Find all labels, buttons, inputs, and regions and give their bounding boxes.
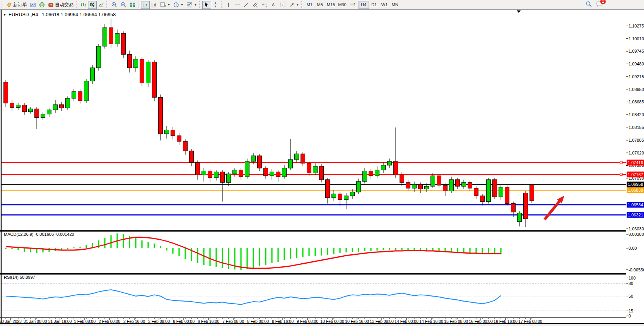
time-label: 14 Feb 16:00	[419, 319, 443, 324]
crosshair-tool-button[interactable]	[211, 1, 220, 9]
candle	[103, 27, 107, 46]
candle	[183, 141, 188, 151]
candle	[505, 187, 509, 204]
periods-button[interactable]: ▼	[172, 1, 185, 9]
time-label: 16 Feb 16:00	[494, 319, 518, 324]
timeframe-h1[interactable]: H1	[348, 1, 359, 9]
time-label: 10 Feb 00:00	[320, 319, 344, 324]
timeframe-h4[interactable]: H4	[359, 1, 369, 9]
price-badge-1.07416: 1.07416	[628, 160, 643, 165]
time-label: 2 Feb 16:00	[123, 319, 145, 324]
signals-button[interactable]	[38, 1, 46, 9]
candle	[456, 180, 460, 186]
timeframe-m5[interactable]: M5	[315, 1, 325, 9]
label-t-icon: T	[280, 2, 286, 8]
svg-text:0.00: 0.00	[629, 246, 637, 251]
trendline-tool-button[interactable]	[242, 1, 251, 9]
price-badge-1.06321: 1.06321	[628, 213, 643, 217]
candle	[313, 166, 318, 173]
candle	[60, 105, 64, 108]
candle	[16, 105, 20, 107]
time-label: 30 Jan 2023	[0, 319, 22, 324]
cursor-tool-button[interactable]	[202, 1, 211, 9]
fibonacci-tool-button[interactable]: F	[260, 1, 269, 9]
candle	[419, 184, 423, 189]
arrows-tool-button[interactable]: ▼	[287, 1, 301, 9]
auto-trading-button[interactable]: 自动交易	[46, 1, 75, 9]
timeframe-mn[interactable]: MN	[390, 1, 400, 9]
price-badge-1.07167: 1.07167	[628, 172, 643, 177]
timeframe-m1[interactable]: M1	[304, 1, 315, 9]
text-label-tool-button[interactable]: T	[278, 1, 287, 9]
timeframe-toolbar: M1M5M15M30H1H4D1W1MN	[304, 1, 400, 9]
time-label: 31 Jan 16:00	[48, 319, 72, 324]
cursor-icon	[204, 2, 210, 8]
candle	[72, 92, 76, 98]
auto-scroll-button[interactable]	[141, 1, 150, 9]
rsi-label: RSI(14) 50.8997	[4, 275, 35, 280]
add-indicator-button[interactable]: ▼	[159, 1, 172, 9]
svg-text:1.08155: 1.08155	[629, 125, 644, 130]
candle	[338, 194, 342, 200]
line-handle[interactable]	[620, 173, 622, 176]
svg-text:1.10010: 1.10010	[629, 36, 644, 41]
chart-window-button[interactable]	[29, 1, 38, 9]
chevron-down-icon: ▼	[194, 3, 197, 6]
new-order-icon	[6, 2, 12, 8]
candle	[431, 176, 435, 186]
vertical-line-tool-button[interactable]	[224, 1, 233, 9]
tile-windows-icon	[130, 2, 135, 8]
timeframe-d1[interactable]: D1	[369, 1, 379, 9]
svg-text:1.06030: 1.06030	[629, 226, 644, 231]
time-label: 6 Feb 16:00	[198, 319, 219, 324]
candle	[115, 33, 120, 44]
mt4-terminal-window: { "toolbar": { "new_order_label": "新订单",…	[0, 0, 644, 326]
line-handle[interactable]	[620, 161, 622, 164]
line-chart-mode-button[interactable]	[97, 1, 106, 9]
search-icon[interactable]	[586, 1, 592, 9]
timeframe-m15[interactable]: M15	[325, 1, 337, 9]
notifications-button[interactable]: 1	[596, 1, 603, 9]
window-bottom-edge	[0, 324, 644, 326]
candle	[10, 103, 14, 107]
chevron-down-icon: ▼	[296, 3, 299, 6]
horizontal-line-tool-button[interactable]	[233, 1, 242, 9]
chart-area[interactable]: 1.102751.100101.097451.094801.092151.089…	[0, 0, 644, 326]
candle	[493, 180, 497, 197]
new-order-button[interactable]: 新订单	[5, 1, 29, 9]
candle	[307, 163, 311, 173]
candle	[270, 172, 274, 176]
candle	[332, 194, 336, 198]
timeframe-w1[interactable]: W1	[379, 1, 390, 9]
zoom-out-icon	[120, 2, 126, 8]
equidistant-channel-tool-button[interactable]: E	[251, 1, 260, 9]
toolbar-right-group: 1	[586, 1, 643, 9]
zoom-in-button[interactable]	[109, 1, 119, 9]
timeframe-m30[interactable]: M30	[337, 1, 348, 9]
candle	[159, 98, 163, 134]
templates-button[interactable]: ▼	[185, 1, 198, 9]
collapse-arrow-icon: ▼	[3, 13, 6, 17]
line-chart-icon	[98, 2, 104, 8]
auto-scroll-icon	[142, 2, 148, 8]
chart-shift-button[interactable]	[150, 1, 159, 9]
candle	[474, 188, 478, 196]
svg-text:0: 0	[629, 314, 631, 318]
candle	[530, 184, 534, 201]
candle	[499, 187, 503, 197]
text-tool-button[interactable]: A	[269, 1, 278, 9]
bar-chart-mode-button[interactable]	[79, 1, 88, 9]
time-label: 7 Feb 08:00	[222, 319, 244, 324]
tile-windows-button[interactable]	[128, 1, 137, 9]
candle	[66, 98, 70, 108]
candle	[449, 180, 454, 191]
candle	[276, 172, 280, 177]
time-label: 8 Feb 00:00	[247, 319, 269, 324]
candle	[121, 33, 126, 54]
template-icon	[186, 2, 193, 8]
toolbar-grip	[2, 1, 3, 8]
svg-text:1.08685: 1.08685	[629, 100, 644, 104]
candlestick-mode-button[interactable]	[88, 1, 97, 9]
time-label: 8 Feb 16:00	[272, 319, 294, 324]
zoom-out-button[interactable]	[119, 1, 128, 9]
